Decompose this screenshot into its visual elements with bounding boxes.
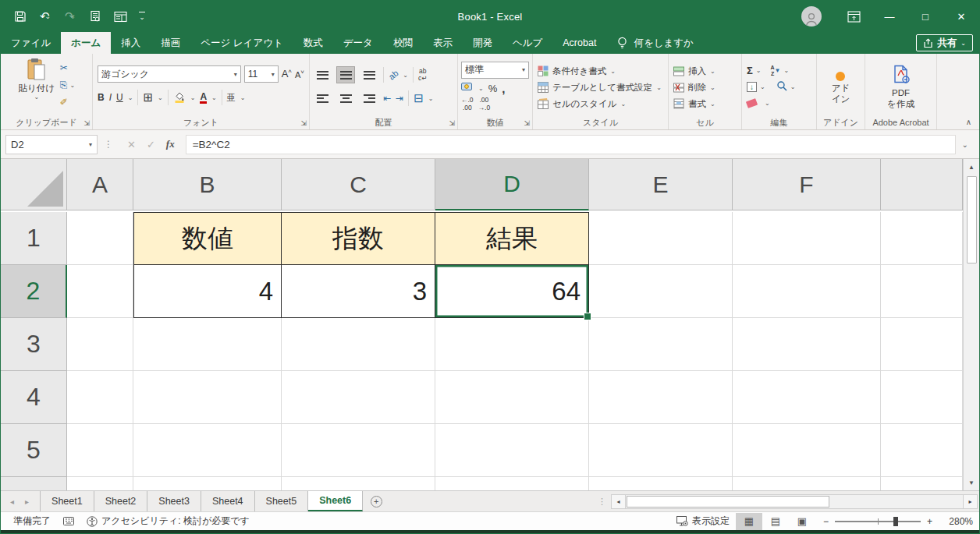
cell-A3[interactable]: [67, 318, 133, 371]
tab-page-layout[interactable]: ページ レイアウト: [190, 32, 293, 54]
cell-F2[interactable]: [733, 265, 881, 318]
tab-developer[interactable]: 開発: [463, 32, 502, 54]
underline-button[interactable]: U: [116, 92, 123, 103]
page-break-view-button[interactable]: ▣: [789, 513, 815, 530]
accessibility-status[interactable]: アクセシビリティ: 検討が必要です: [80, 515, 256, 528]
cell-B3[interactable]: [133, 318, 282, 371]
cell-G2[interactable]: [881, 265, 963, 318]
cell-F5[interactable]: [733, 424, 881, 477]
tab-insert[interactable]: 挿入: [111, 32, 151, 54]
format-as-table-button[interactable]: テーブルとして書式設定⌄: [538, 80, 662, 96]
confirm-entry-icon[interactable]: ✓: [147, 139, 155, 150]
font-color-dropdown-icon[interactable]: ⌄: [211, 94, 217, 101]
form-view-icon[interactable]: [108, 5, 132, 27]
addins-button[interactable]: アドイン: [832, 67, 850, 105]
tab-draw[interactable]: 描画: [151, 32, 190, 54]
column-header-B[interactable]: B: [133, 159, 282, 210]
column-header-D[interactable]: D: [435, 159, 589, 210]
number-dialog-launcher-icon[interactable]: ⇲: [524, 119, 530, 127]
scroll-down-icon[interactable]: ▼: [964, 475, 979, 490]
column-header-C[interactable]: C: [282, 159, 435, 210]
borders-button[interactable]: ⊞: [143, 90, 153, 104]
account-avatar[interactable]: [801, 6, 822, 27]
new-sheet-button[interactable]: +: [363, 491, 389, 511]
display-settings-button[interactable]: 表示設定: [670, 515, 736, 528]
cell-D4[interactable]: [435, 371, 589, 424]
cut-button[interactable]: ✂: [58, 59, 77, 76]
merge-center-button[interactable]: ⊟: [414, 91, 424, 105]
select-all-corner[interactable]: [1, 159, 67, 210]
insert-function-icon[interactable]: fx: [166, 138, 175, 150]
zoom-percentage[interactable]: 280%: [940, 516, 973, 527]
sheet-tab-sheet1[interactable]: Sheet1: [40, 491, 94, 511]
create-pdf-button[interactable]: PDFを作成: [887, 62, 914, 110]
cell-D5[interactable]: [435, 424, 589, 477]
cell-G5[interactable]: [881, 424, 963, 477]
font-name-combobox[interactable]: 游ゴシック▾: [98, 65, 241, 83]
format-painter-button[interactable]: ✐: [58, 94, 77, 111]
share-button[interactable]: 共有 ⌄: [916, 34, 973, 51]
column-header-F[interactable]: F: [733, 159, 881, 210]
redo-icon[interactable]: ↷⌄: [59, 5, 82, 27]
vertical-scrollbar[interactable]: ▲ ▼: [963, 159, 979, 490]
save-icon[interactable]: [9, 5, 32, 27]
vertical-scroll-thumb[interactable]: [967, 176, 977, 263]
name-box[interactable]: D2 ▾: [5, 135, 98, 154]
sheet-nav-next-icon[interactable]: ▸: [25, 497, 29, 506]
horizontal-scroll-thumb[interactable]: [627, 496, 829, 507]
scroll-right-icon[interactable]: ▸: [963, 494, 978, 509]
delete-cells-button[interactable]: 削除⌄: [673, 80, 715, 96]
bold-button[interactable]: B: [98, 92, 105, 103]
cell-A1[interactable]: [67, 212, 133, 265]
scroll-left-icon[interactable]: ◂: [611, 494, 626, 509]
zoom-out-icon[interactable]: −: [823, 516, 829, 527]
cell-F1[interactable]: [733, 212, 881, 265]
cell-F4[interactable]: [733, 371, 881, 424]
cell-E2[interactable]: [589, 265, 733, 318]
align-bottom-button[interactable]: [360, 66, 378, 83]
align-left-button[interactable]: [313, 90, 332, 107]
find-dropdown-icon[interactable]: ⌄: [790, 83, 796, 90]
autosum-dropdown-icon[interactable]: ⌄: [756, 67, 762, 74]
ribbon-display-options-icon[interactable]: [836, 1, 872, 32]
format-cells-button[interactable]: 書式⌄: [673, 96, 715, 112]
fill-dropdown-icon[interactable]: ⌄: [760, 83, 765, 90]
sheet-tab-sheet2[interactable]: Sheet2: [94, 491, 148, 511]
tell-me-search[interactable]: 何をしますか: [617, 32, 693, 54]
insert-cells-button[interactable]: 挿入⌄: [673, 63, 715, 80]
autosum-button[interactable]: Σ: [747, 65, 753, 76]
cell-C4[interactable]: [282, 371, 435, 424]
column-header-partial[interactable]: [881, 159, 963, 210]
cell-E1[interactable]: [589, 212, 733, 265]
fill-color-dropdown-icon[interactable]: ⌄: [190, 94, 196, 101]
tab-view[interactable]: 表示: [423, 32, 463, 54]
sort-filter-dropdown-icon[interactable]: ⌄: [784, 67, 790, 74]
undo-chevron-icon[interactable]: ⌄: [45, 12, 51, 20]
clear-button[interactable]: [746, 98, 758, 108]
currency-format-button[interactable]: [461, 83, 474, 94]
align-center-button[interactable]: [336, 90, 355, 107]
font-dialog-launcher-icon[interactable]: ⇲: [300, 119, 307, 127]
tab-file[interactable]: ファイル: [1, 32, 61, 54]
cancel-entry-icon[interactable]: ✕: [127, 139, 136, 150]
decrease-indent-button[interactable]: ⇤: [383, 93, 391, 104]
paste-button[interactable]: 貼り付け ⌄: [16, 56, 58, 101]
sheet-tab-sheet4[interactable]: Sheet4: [201, 491, 255, 511]
align-middle-button[interactable]: [336, 66, 355, 83]
sheet-tab-sheet3[interactable]: Sheet3: [147, 491, 201, 511]
tab-formulas[interactable]: 数式: [293, 32, 333, 54]
font-color-button[interactable]: A: [200, 92, 207, 104]
row-header-3[interactable]: 3: [1, 318, 67, 371]
conditional-formatting-button[interactable]: 条件付き書式⌄: [538, 63, 616, 80]
tab-home[interactable]: ホーム: [61, 32, 111, 54]
currency-dropdown-icon[interactable]: ⌄: [478, 85, 484, 92]
page-layout-view-button[interactable]: ▤: [762, 513, 789, 530]
cell-F3[interactable]: [733, 318, 881, 371]
alignment-dialog-launcher-icon[interactable]: ⇲: [449, 119, 455, 127]
copy-button[interactable]: ⎘⌄: [58, 76, 77, 94]
zoom-in-icon[interactable]: +: [927, 516, 932, 527]
cell-B2[interactable]: 4: [133, 265, 282, 318]
tab-review[interactable]: 校閲: [383, 32, 423, 54]
macro-record-button[interactable]: [57, 517, 80, 525]
row-header-1[interactable]: 1: [1, 212, 67, 265]
